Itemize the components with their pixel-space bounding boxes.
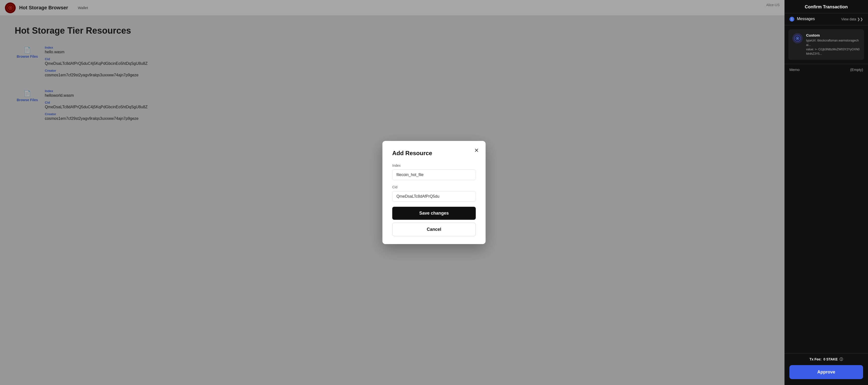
message-card: Custom typeUrl: /blockcraftsman.warmstor…	[788, 29, 864, 60]
view-data-label: View data	[841, 17, 856, 21]
user-badge: Alice-US	[766, 3, 780, 7]
add-resource-modal: Add Resource ✕ Index Cid Save changes Ca…	[382, 141, 486, 244]
modal-index-input[interactable]	[392, 169, 476, 180]
modal-cid-label: Cid	[392, 185, 476, 189]
tx-fee-info-icon[interactable]: ⓘ	[839, 357, 843, 361]
message-value: value: >- Ci1jb3NtbzMxZW03Y2YyOXN0MnlhZ3…	[806, 47, 860, 56]
memo-value: (Empty)	[850, 67, 863, 72]
messages-tab[interactable]: 1 Messages	[789, 17, 815, 22]
modal-backdrop: Add Resource ✕ Index Cid Save changes Ca…	[0, 0, 868, 385]
message-content: Custom typeUrl: /blockcraftsman.warmstor…	[806, 33, 860, 56]
memo-row: Memo (Empty)	[784, 64, 868, 75]
cancel-button[interactable]: Cancel	[392, 223, 476, 236]
modal-index-label: Index	[392, 163, 476, 167]
right-panel-header: Confirm Transaction	[784, 0, 868, 13]
modal-cid-input[interactable]	[392, 191, 476, 202]
messages-badge: 1	[789, 17, 794, 22]
view-data-icon: ❯❯	[857, 17, 863, 21]
save-changes-button[interactable]: Save changes	[392, 207, 476, 220]
approve-button[interactable]: Approve	[789, 365, 863, 379]
memo-label: Memo	[789, 67, 800, 72]
panel-spacer	[784, 75, 868, 353]
right-panel-tabs: 1 Messages View data ❯❯	[784, 13, 868, 25]
modal-close-button[interactable]: ✕	[474, 148, 479, 153]
message-type-url: typeUrl: /blockcraftsman.warmstoragechai…	[806, 38, 860, 47]
view-data-tab[interactable]: View data ❯❯	[841, 17, 863, 21]
tx-fee-text: Tx Fee: 0 STAKE ⓘ	[810, 357, 843, 361]
message-icon	[792, 33, 803, 43]
message-type: Custom	[806, 33, 860, 37]
messages-label: Messages	[797, 17, 815, 21]
svg-point-5	[797, 38, 798, 39]
modal-title: Add Resource	[392, 150, 476, 157]
right-panel: Confirm Transaction 1 Messages View data…	[784, 0, 868, 385]
tx-fee-row: Tx Fee: 0 STAKE ⓘ	[784, 353, 868, 365]
